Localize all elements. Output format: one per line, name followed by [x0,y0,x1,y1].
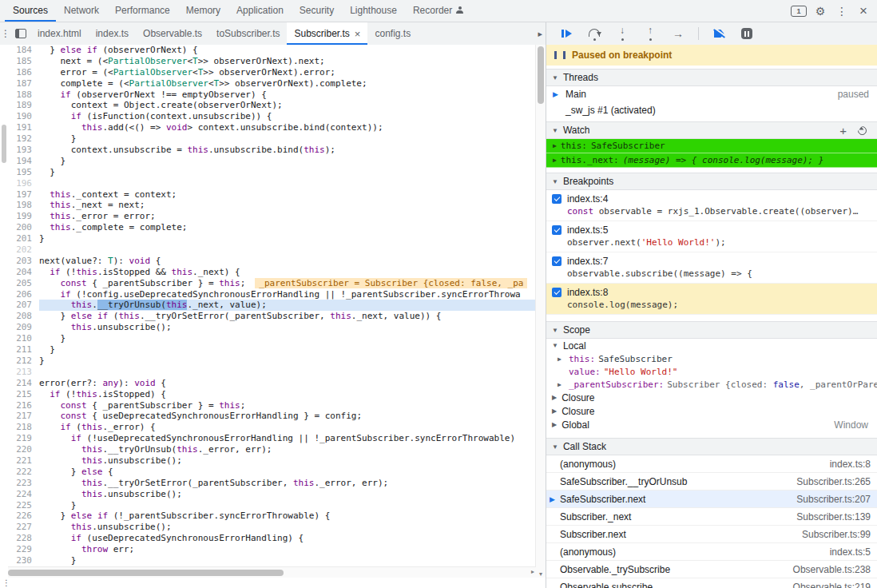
vertical-scrollbar[interactable]: ▾ [535,45,546,578]
line-number[interactable]: 217 [8,411,39,422]
line-number[interactable]: 192 [8,133,39,145]
line-number[interactable]: 201 [8,233,39,244]
breakpoint-row[interactable]: index.ts:7observable.subscribe((message)… [546,252,877,284]
line-number[interactable]: 194 [8,156,39,167]
line-number[interactable]: 186 [8,67,39,78]
call-stack-frame[interactable]: (anonymous)index.ts:5 [546,543,877,561]
panel-tab-sources[interactable]: Sources [5,0,56,22]
line-number[interactable]: 208 [8,311,39,322]
editor-options-chevron-icon[interactable]: ▸ [538,22,542,45]
scroll-right-arrow-icon[interactable]: ▸ [531,568,534,575]
step-out-button[interactable]: ↑ [642,26,658,42]
line-number[interactable]: 219 [8,433,39,444]
line-number[interactable]: 214 [8,378,39,389]
line-number[interactable]: 187 [8,78,39,89]
call-stack-frame[interactable]: Observable._trySubscribeObservable.ts:23… [546,561,877,578]
expand-triangle-icon[interactable]: ▶ [558,381,565,388]
file-tab-index.html[interactable]: index.html [30,22,89,45]
expand-triangle-icon[interactable]: ▶ [552,394,557,401]
line-number[interactable]: 213 [8,367,39,378]
line-number[interactable]: 199 [8,211,39,222]
call-stack-frame[interactable]: (anonymous)index.ts:8 [546,455,877,473]
line-number[interactable]: 220 [8,444,39,455]
breakpoint-checkbox[interactable] [552,288,562,297]
file-tab-observable.ts[interactable]: Observable.ts [136,22,209,45]
line-number[interactable]: 207 [8,300,39,311]
scroll-down-arrow-icon[interactable]: ▾ [536,570,546,578]
horizontal-scroll-thumb[interactable] [8,570,284,576]
line-number[interactable]: 196 [8,178,39,189]
thread-row[interactable]: _sw_js #1 (activated) [546,102,877,118]
line-number[interactable]: 198 [8,200,39,211]
threads-section-header[interactable]: ▼ Threads [546,69,877,86]
call-stack-frame[interactable]: Subscriber.nextSubscriber.ts:99 [546,526,877,543]
breakpoint-checkbox[interactable] [552,256,562,266]
step-into-button[interactable]: ↓ [614,26,630,42]
line-number[interactable]: 228 [8,533,39,544]
line-number[interactable]: 184 [8,45,39,56]
breadcrumb-overflow-icon[interactable]: ⋮ [0,578,10,587]
panel-tab-memory[interactable]: Memory [178,0,228,22]
close-devtools-icon[interactable]: × [854,2,873,21]
scope-group-closure[interactable]: ▶Closure [546,391,877,404]
expand-triangle-icon[interactable]: ▶ [552,421,557,428]
line-number[interactable]: 216 [8,400,39,411]
navigator-toggle-button[interactable] [11,22,30,45]
expand-triangle-icon[interactable]: ▼ [552,342,558,349]
breakpoint-checkbox[interactable] [552,225,562,235]
expand-triangle-icon[interactable]: ▶ [553,142,557,149]
scope-variable-row[interactable]: value: "Hello World!" [546,365,877,378]
line-number[interactable]: 197 [8,189,39,201]
line-number[interactable]: 212 [8,356,39,367]
tab-overflow-icon[interactable]: ⋮ [0,22,11,45]
expand-triangle-icon[interactable]: ▶ [552,407,557,415]
watch-expression-row[interactable]: ▶this: SafeSubscriber [546,139,877,153]
panel-tab-performance[interactable]: Performance [107,0,178,22]
line-number[interactable]: 205 [8,278,39,289]
line-number[interactable]: 185 [8,56,39,67]
file-tab-config.ts[interactable]: config.ts [367,22,418,45]
close-tab-icon[interactable]: × [355,29,361,39]
panel-tab-lighthouse[interactable]: Lighthouse [342,0,405,22]
expand-triangle-icon[interactable]: ▶ [553,157,557,164]
refresh-watch-icon[interactable] [856,124,869,137]
thread-row[interactable]: ▶Mainpaused [546,86,877,102]
expand-triangle-icon[interactable]: ▶ [558,356,565,363]
line-number[interactable]: 202 [8,244,39,256]
line-number[interactable]: 206 [8,289,39,300]
breakpoint-row[interactable]: index.ts:5observer.next('Hello World!'); [546,221,877,252]
line-number[interactable]: 193 [8,145,39,156]
line-number[interactable]: 188 [8,89,39,101]
scope-group-closure[interactable]: ▶Closure [546,404,877,418]
call-stack-frame[interactable]: ▶SafeSubscriber.nextSubscriber.ts:207 [546,491,877,508]
resume-button[interactable] [558,26,574,42]
call-stack-frame[interactable]: Observable.subscribeObservable.ts:219 [546,578,877,588]
scope-variable-row[interactable]: ▶this: SafeSubscriber [546,352,877,365]
watch-section-header[interactable]: ▼ Watch + [546,121,877,139]
line-number[interactable]: 223 [8,478,39,489]
panel-tab-recorder[interactable]: Recorder [405,0,471,22]
line-number[interactable]: 224 [8,489,39,500]
scope-group-global[interactable]: ▶GlobalWindow [546,418,877,431]
line-number[interactable]: 204 [8,267,39,278]
more-options-icon[interactable]: ⋮ [832,2,851,21]
horizontal-scrollbar[interactable]: ▸ [8,566,536,578]
file-tab-index.ts[interactable]: index.ts [89,22,136,45]
call-stack-section-header[interactable]: ▼ Call Stack [546,438,877,455]
file-tab-subscriber.ts[interactable]: Subscriber.ts× [287,22,367,45]
pause-on-exceptions-button[interactable] [739,26,755,42]
panel-tab-application[interactable]: Application [228,0,292,22]
vertical-scroll-thumb[interactable] [538,46,544,104]
call-stack-frame[interactable]: SafeSubscriber.__tryOrUnsubSubscriber.ts… [546,473,877,491]
console-drawer-badge[interactable]: 1 [789,2,808,21]
breakpoint-row[interactable]: index.ts:4const observable = rxjs_1.Obse… [546,190,877,221]
step-button[interactable]: → [670,26,686,42]
line-number[interactable]: 211 [8,344,39,356]
add-watch-icon[interactable]: + [839,125,847,137]
line-number[interactable]: 203 [8,256,39,267]
settings-gear-icon[interactable]: ⚙ [811,2,830,21]
breakpoints-section-header[interactable]: ▼ Breakpoints [546,173,877,190]
scope-variable-row[interactable]: ▶_parentSubscriber: Subscriber {closed: … [546,378,877,391]
line-number[interactable]: 200 [8,222,39,233]
line-number[interactable]: 195 [8,167,39,178]
